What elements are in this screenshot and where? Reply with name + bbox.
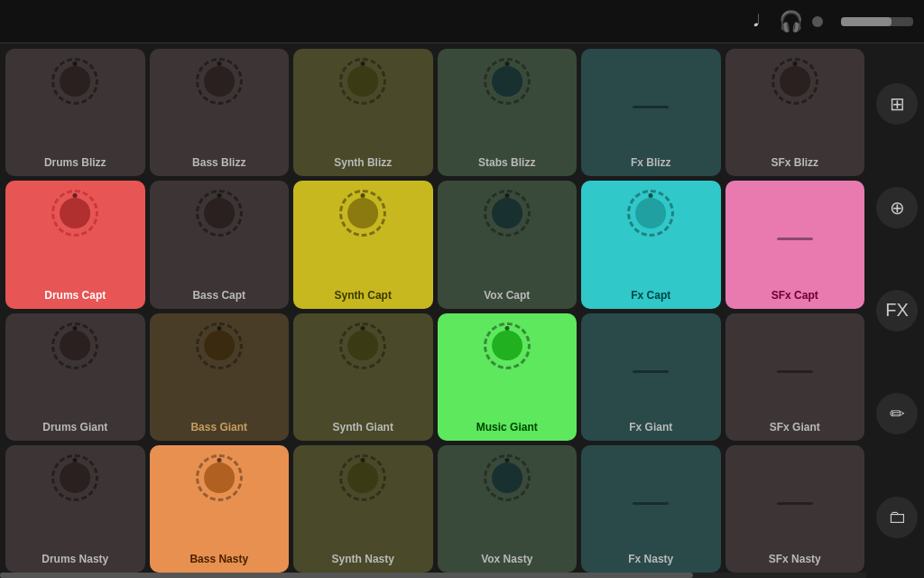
pad-synth-giant[interactable]: Synth Giant bbox=[293, 313, 433, 441]
knob-dot bbox=[792, 61, 797, 66]
knob-inner bbox=[780, 66, 810, 97]
label-synth-nasty: Synth Nasty bbox=[332, 553, 394, 565]
knob-drums-blizz bbox=[51, 58, 98, 105]
label-fx-capt: Fx Capt bbox=[631, 289, 670, 302]
label-sfx-blizz: SFx Blizz bbox=[771, 156, 818, 169]
pad-synth-blizz[interactable]: Synth Blizz bbox=[293, 49, 433, 176]
line-indicator-fx-nasty bbox=[633, 454, 669, 553]
headphone-icon[interactable]: 🎧 bbox=[779, 10, 803, 33]
knob-drums-giant bbox=[51, 322, 98, 369]
line bbox=[777, 370, 813, 373]
row-capt: Drums CaptBass CaptSynth CaptVox CaptFx … bbox=[5, 181, 864, 308]
pad-bass-nasty[interactable]: Bass Nasty bbox=[150, 445, 290, 573]
main-area: Drums BlizzBass BlizzSynth BlizzStabs Bl… bbox=[0, 43, 924, 578]
pad-vox-nasty[interactable]: Vox Nasty bbox=[438, 445, 578, 573]
pad-stabs-blizz[interactable]: Stabs Blizz bbox=[438, 49, 578, 176]
knob-dot bbox=[649, 193, 653, 198]
row-giant: Drums GiantBass GiantSynth GiantMusic Gi… bbox=[5, 313, 864, 441]
label-bass-nasty: Bass Nasty bbox=[189, 553, 248, 565]
knob-inner bbox=[347, 66, 378, 97]
pad-sfx-capt[interactable]: SFx Capt bbox=[725, 181, 865, 308]
pad-sfx-giant[interactable]: SFx Giant bbox=[725, 313, 865, 441]
pad-drums-blizz[interactable]: Drums Blizz bbox=[5, 49, 145, 176]
label-sfx-capt: SFx Capt bbox=[772, 289, 818, 302]
label-fx-blizz: Fx Blizz bbox=[631, 156, 671, 169]
knob-dot bbox=[73, 458, 78, 462]
grid-view-button[interactable]: ⊞ bbox=[876, 83, 918, 125]
knob-inner bbox=[347, 198, 378, 228]
label-drums-capt: Drums Capt bbox=[44, 289, 106, 302]
pad-drums-giant[interactable]: Drums Giant bbox=[5, 313, 145, 441]
knob-bass-blizz bbox=[196, 58, 243, 105]
pad-bass-giant[interactable]: Bass Giant bbox=[150, 313, 290, 441]
pad-sfx-blizz[interactable]: SFx Blizz bbox=[725, 49, 865, 176]
pad-grid: Drums BlizzBass BlizzSynth BlizzStabs Bl… bbox=[0, 43, 870, 578]
pad-vox-capt[interactable]: Vox Capt bbox=[438, 181, 578, 308]
knob-inner bbox=[492, 462, 522, 493]
knob-inner bbox=[204, 198, 235, 228]
line-indicator-sfx-capt bbox=[777, 190, 813, 288]
label-drums-giant: Drums Giant bbox=[42, 421, 107, 434]
knob-synth-nasty bbox=[339, 454, 386, 501]
label-vox-nasty: Vox Nasty bbox=[481, 553, 532, 565]
knob-dot bbox=[361, 193, 365, 198]
line-indicator-fx-giant bbox=[633, 322, 669, 421]
pad-fx-blizz[interactable]: Fx Blizz bbox=[581, 49, 721, 176]
line bbox=[633, 106, 669, 108]
label-bass-capt: Bass Capt bbox=[192, 289, 245, 302]
pad-fx-nasty[interactable]: Fx Nasty bbox=[581, 445, 721, 573]
pad-bass-blizz[interactable]: Bass Blizz bbox=[150, 49, 290, 176]
knob-vox-nasty bbox=[484, 454, 531, 501]
label-vox-capt: Vox Capt bbox=[484, 289, 530, 302]
files-button[interactable]: 🗀 bbox=[876, 497, 918, 538]
scrollbar[interactable] bbox=[0, 573, 866, 578]
knob-stabs-blizz bbox=[484, 58, 531, 105]
knob-dot bbox=[504, 458, 509, 462]
pad-bass-capt[interactable]: Bass Capt bbox=[150, 181, 290, 308]
label-bass-blizz: Bass Blizz bbox=[192, 156, 245, 169]
knob-inner bbox=[60, 198, 90, 228]
pad-synth-capt[interactable]: Synth Capt bbox=[293, 181, 433, 308]
pad-drums-nasty[interactable]: Drums Nasty bbox=[5, 445, 145, 573]
knob-synth-capt bbox=[339, 190, 386, 237]
sidebar: ⊞ ⊕ FX ✏ 🗀 bbox=[870, 43, 924, 578]
knob-sfx-blizz bbox=[772, 58, 818, 105]
knob-dot bbox=[73, 61, 78, 66]
label-stabs-blizz: Stabs Blizz bbox=[478, 156, 535, 169]
knob-dot bbox=[504, 326, 509, 331]
label-fx-giant: Fx Giant bbox=[629, 421, 672, 434]
pad-sfx-nasty[interactable]: SFx Nasty bbox=[725, 445, 865, 573]
fx-button[interactable]: FX bbox=[876, 290, 918, 331]
tempo-area: 𝅘𝅥 bbox=[753, 12, 770, 31]
line bbox=[633, 502, 669, 505]
grid-icon: ⊞ bbox=[890, 93, 905, 115]
edit-icon: ✏ bbox=[890, 403, 905, 424]
knob-bass-capt bbox=[196, 190, 243, 237]
knob-fx-capt bbox=[627, 190, 674, 237]
label-sfx-nasty: SFx Nasty bbox=[769, 553, 821, 565]
volume-bar[interactable] bbox=[841, 17, 913, 26]
knob-vox-capt bbox=[484, 190, 531, 237]
pad-fx-giant[interactable]: Fx Giant bbox=[581, 313, 721, 441]
pad-fx-capt[interactable]: Fx Capt bbox=[581, 181, 721, 308]
line-indicator-sfx-nasty bbox=[777, 454, 813, 553]
knob-inner bbox=[204, 66, 235, 97]
knob-dot bbox=[504, 193, 509, 198]
mixer-button[interactable]: ⊕ bbox=[876, 187, 918, 228]
knob-inner bbox=[204, 331, 235, 361]
line bbox=[777, 238, 813, 240]
knob-inner bbox=[60, 66, 90, 97]
knob-synth-blizz bbox=[339, 58, 386, 105]
label-synth-blizz: Synth Blizz bbox=[334, 156, 392, 169]
label-bass-giant: Bass Giant bbox=[190, 421, 247, 434]
pad-drums-capt[interactable]: Drums Capt bbox=[5, 181, 145, 308]
knob-drums-capt bbox=[51, 190, 98, 237]
pad-music-giant[interactable]: Music Giant bbox=[438, 313, 578, 441]
label-drums-nasty: Drums Nasty bbox=[42, 553, 108, 565]
pad-synth-nasty[interactable]: Synth Nasty bbox=[293, 445, 433, 573]
knob-inner bbox=[60, 331, 90, 361]
edit-button[interactable]: ✏ bbox=[876, 393, 918, 434]
knob-bass-nasty bbox=[196, 454, 243, 501]
topbar: 𝅘𝅥 🎧 bbox=[0, 0, 924, 43]
label-sfx-giant: SFx Giant bbox=[770, 421, 820, 434]
